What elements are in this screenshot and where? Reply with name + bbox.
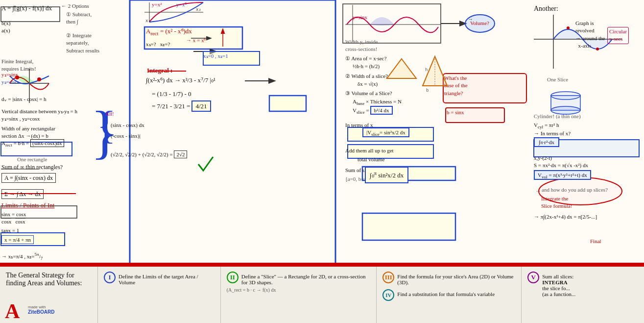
svg-text:b: b — [426, 88, 429, 93]
step-IV-circle: IV — [382, 289, 394, 301]
svg-text:x₂: x₂ — [196, 7, 201, 12]
widths-inside-label: Width y, insidecross-sections! — [345, 38, 378, 53]
step-IV-content: Find a substitution for that formula's v… — [397, 291, 495, 297]
svg-marker-11 — [387, 59, 416, 78]
label-y2: y₂=cosx — [1, 78, 19, 86]
vol-integral-box: Vvol = π(x³·y²+r²+t) dx — [534, 172, 591, 180]
note-vertical-distance: Vertical distance between y₁-y₂ = h y₁=s… — [1, 108, 77, 123]
step1b: ½b·h = (b/2) — [353, 63, 380, 70]
circular-x-secs-label: Circularx-secs — [607, 27, 629, 44]
step3c-vslice: Vslice = b²/4 dx — [353, 107, 393, 116]
calc-neg-cos: (-cosx - sinx)| — [111, 132, 141, 140]
formula-arect: Arect = b·h =(sinx-cosx)dx — [1, 140, 66, 149]
volume-label: Volume? — [470, 20, 489, 27]
svg-text:A: A — [5, 300, 20, 322]
step3-volume: ③ Volume of a Slice? — [345, 90, 392, 97]
pi-r2-dx: ∫π·r²·dx — [534, 139, 559, 146]
integral-label-main: Integral : — [147, 66, 172, 75]
svg-point-16 — [551, 92, 580, 99]
formula-A-integral: A = ∫(sinx - cosx) dx — [1, 174, 56, 182]
integrate-slice-label: Integrate theSlice formula! — [541, 195, 572, 210]
step-V-content: Sum all slices: INTEGRA the slice fo... … — [542, 273, 575, 297]
svg-rect-17 — [551, 96, 580, 110]
step-II-content: Define a "Slice" — a Rectangle for 2D, o… — [241, 273, 371, 285]
formula-area-integral: A = ∫[g(x) - f(x)] dx — [1, 4, 52, 13]
cylinder-note: Cylinder! (a thin one) — [534, 113, 581, 120]
label-one-rect: One rectangle — [17, 156, 47, 163]
y-sinx-label: y=sinx — [353, 14, 367, 21]
step-I-circle: I — [104, 272, 116, 283]
logo-area: A made with ZiteBOARD — [4, 298, 54, 322]
x-values-label: x₁=? x₂=? — [146, 41, 170, 48]
result-1-3: = (1/3 - 1/7) - 0 — [152, 90, 191, 99]
step2-width: ② Width of a slice? — [345, 73, 388, 80]
add-up-label: Add them all up to get — [345, 147, 394, 154]
formula-x1-x2: → x₁=π/4 , x₂=5π/7 — [1, 251, 43, 262]
bottom-strategy-bar: The General Strategy for finding Areas a… — [0, 265, 644, 323]
sinx-cosx-dx: (sinx - cosx) dx — [111, 122, 144, 129]
total-volume-label: total volume — [358, 156, 384, 163]
triangle-sketch: b h — [420, 54, 450, 93]
label-ax: a(x) — [1, 27, 10, 34]
final-label: Final — [590, 238, 601, 245]
note-sum-thin: Sum of ∞ thin rectangles? — [1, 163, 63, 172]
Arect-label: Arect = (x² - x⁶)dx — [146, 27, 192, 37]
step-II-circle: II — [227, 272, 239, 283]
vol-expression: S = πx²·dx = π(√x -x²) dx — [534, 162, 588, 169]
step2b: δx = √(x) — [358, 80, 378, 88]
whiteboard-content: } A = ∫[g(x) - f(x)] dx ← 2 Options ① Su… — [0, 0, 644, 265]
logo-brand: ZiteBOARD — [28, 309, 54, 315]
note-subtract: ① Subtract,then ∫ — [66, 11, 92, 26]
x1-0-x2-1: x₁=0 , x₂=1 — [203, 52, 228, 60]
step-V-circle: V — [527, 272, 539, 283]
formula-sinx-cosx-over: sinx = cosx cosx cosx — [1, 211, 26, 226]
step-II-section: II Define a "Slice" — a Rectangle for 2D… — [221, 267, 377, 323]
strategy-title-section: The General Strategy for finding Areas a… — [0, 267, 98, 323]
integral-final-sinx: ∫₀π sin²x/2 dx — [365, 167, 408, 183]
xy-expression: x,y-(2-i) — [534, 154, 552, 162]
step-III-section: III Find the formula for your slice's Ar… — [377, 267, 522, 323]
another-label: Another: — [534, 4, 558, 14]
step-III-content: Find the formula for your slice's Area (… — [397, 273, 515, 285]
formula-sigma: Σ → ∫ Δx → dx — [1, 190, 44, 199]
vol-cyl-formula: Vcyl = πr² h — [534, 122, 559, 130]
label-limits-pts: Limits / Points of Int — [1, 201, 54, 210]
note-2-options: ← 2 Options — [61, 2, 89, 10]
svg-text:x₁: x₁ — [145, 19, 151, 24]
all-label: All! — [105, 110, 114, 118]
step-I-content: Define the Limits of the target Area / V… — [119, 273, 215, 285]
final-integral-right: → π∫(2x-x²+4) dx = π[2/5-...] — [534, 213, 597, 221]
svg-point-3 — [37, 77, 41, 81]
integral-formula: ∫(x²-x⁶) dx → x³/3 - x⁷/7 |₀¹ — [146, 76, 215, 85]
svg-rect-23 — [269, 96, 306, 111]
svg-rect-4 — [130, 0, 335, 265]
step1-area: ① Area of = x·sec? — [345, 55, 386, 62]
calc-sqrt2: (√2/2, √2/2) + (√2/2, √2/2) = 2√2 — [111, 151, 187, 158]
graph-revolved-label: Graph isrevolved→ around the x-axis — [575, 20, 605, 50]
formula-dv: dᵥ = |sinx - cosx| = h — [1, 96, 46, 103]
whiteboard-main: } A = ∫[g(x) - f(x)] dx ← 2 Options ① Su… — [0, 0, 644, 265]
one-slice-label: One Slice — [547, 76, 568, 83]
result-fractions: = 7/21 - 3/21 = 4/21 — [152, 102, 211, 111]
b-equals-sinx: b = sinx — [447, 109, 464, 116]
x-equals-x6: → x = x⁶ — [186, 37, 206, 44]
step-III-circle: III — [382, 272, 394, 283]
svg-text:h: h — [425, 68, 428, 73]
step-V-section: V Sum all slices: INTEGRA the slice fo..… — [522, 267, 644, 323]
label-y1: y₁=sinx — [1, 71, 18, 78]
vslice-sinx: |Vslice= sin²x/2 dx — [362, 129, 409, 138]
formula-tanx: tanx = 1 — [1, 227, 19, 234]
svg-point-14 — [567, 26, 570, 29]
svg-rect-33 — [362, 213, 455, 240]
formula-x-pi4: x = π/4 + πn — [1, 236, 34, 244]
logo-made-with: made with — [28, 305, 54, 310]
strategy-title: The General Strategy for finding Areas a… — [6, 272, 92, 287]
label-bx: b(x) — [1, 20, 10, 27]
note-width-rect: Width of any rectangularsection Δx →(dx)… — [1, 125, 55, 140]
step-II-sub: (A_rect = b · c → f(x) dx — [227, 287, 371, 293]
in-terms-x-right: → In terms of x? — [534, 130, 571, 137]
how-add-slices: ... and how do you add up slices? — [536, 186, 608, 194]
svg-rect-6 — [343, 4, 441, 43]
step-I-section: I Define the Limits of the target Area /… — [98, 267, 221, 323]
note-integrate: ② Integrateseparately,Subtract results — [66, 32, 99, 54]
